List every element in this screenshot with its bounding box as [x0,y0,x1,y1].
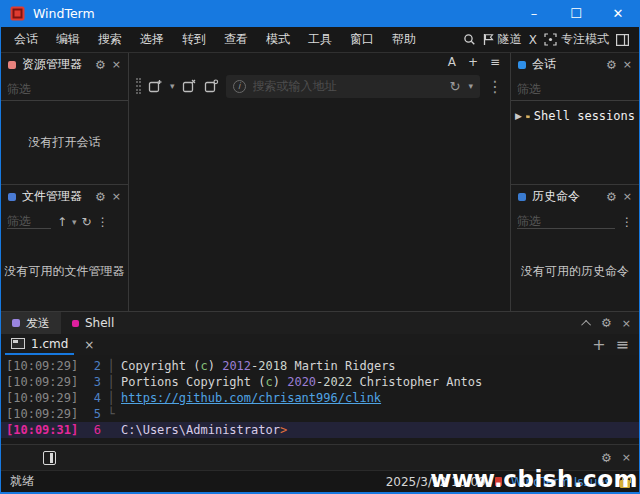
tab-list-icon[interactable]: ≡ [616,335,629,354]
right-sidebar: 会话 ⚙ × ▶ Shell sessions [510,53,639,311]
tab-close-icon[interactable]: × [74,334,104,355]
history-empty: 没有可用的历史命令 [511,233,639,311]
menu-mode[interactable]: 模式 [257,27,299,52]
terminal-tab-1cmd[interactable]: 1.cmd [5,334,74,355]
history-filter-row: ⋮ [511,208,639,233]
x-server-button[interactable]: X [529,33,537,47]
file-manager-empty-text: 没有可用的文件管理器 [3,264,127,280]
tab-send[interactable]: 发送 [1,312,61,334]
new-session-icon[interactable] [148,79,163,94]
sessions-header: 会话 ⚙ × [511,53,639,76]
maximize-button[interactable]: ☐ [555,0,597,27]
gear-icon[interactable]: ⚙ [95,59,106,71]
menu-goto[interactable]: 转到 [173,27,215,52]
address-bar[interactable]: i ↻ ▾ [226,75,480,98]
menu-select[interactable]: 选择 [131,27,173,52]
text-size-icon[interactable]: A [448,55,456,69]
focus-mode-button[interactable]: 专注模式 [544,31,609,48]
tab-shell-label: Shell [85,316,114,330]
sessions-tree: ▶ Shell sessions [511,101,639,131]
layout-icon[interactable] [616,34,629,46]
up-icon[interactable]: ↑ [57,215,67,229]
close-icon[interactable]: × [623,191,632,202]
menu-session[interactable]: 会话 [5,27,47,52]
tunnel-label: 隧道 [498,31,522,48]
collapse-icon[interactable] [581,319,591,329]
sessions-filter-input[interactable] [517,82,633,96]
center-top-icons: A + ≡ [129,53,510,71]
gear-icon[interactable]: ⚙ [606,191,617,203]
menu-tools[interactable]: 工具 [299,27,341,52]
window-title: WindTerm [33,6,513,21]
tab-shell[interactable]: Shell [61,312,125,334]
terminal-tabbar: 1.cmd × + ≡ [1,334,639,355]
gear-icon[interactable]: ⚙ [601,317,612,329]
folder-icon [526,111,530,122]
chevron-down-icon[interactable]: ▾ [468,81,473,91]
close-icon[interactable]: × [112,191,121,202]
close-icon[interactable]: × [622,318,631,329]
history-empty-text: 没有可用的历史命令 [519,264,631,280]
tunnel-button[interactable]: 隧道 [483,31,522,48]
close-icon[interactable]: × [622,452,631,463]
terminal-lines[interactable]: [10:09:29]2│Copyright (c) 2012-2018 Mart… [1,355,639,444]
chevron-down-icon[interactable]: ▾ [72,217,77,227]
windterm-window: WindTerm – ☐ ✕ 会话 编辑 搜索 选择 转到 查看 模式 工具 窗… [0,0,640,494]
menu-search[interactable]: 搜索 [89,27,131,52]
drag-handle[interactable] [136,78,141,94]
alert-icon[interactable] [495,477,502,486]
titlebar: WindTerm – ☐ ✕ [1,0,639,27]
reload-icon[interactable]: ↻ [450,79,461,94]
close-icon[interactable]: × [623,59,632,70]
address-input[interactable] [253,79,443,93]
terminal-line: [10:09:29]2│Copyright (c) 2012-2018 Mart… [1,358,639,374]
gear-icon[interactable]: ⚙ [95,191,106,203]
menu-window[interactable]: 窗口 [341,27,383,52]
gear-icon[interactable]: ⚙ [606,59,617,71]
lock-icon[interactable] [620,480,630,488]
statusbar: 就绪 2025/3/12 10:09 WindTerm Issues www.c… [1,470,639,492]
chevron-down-icon[interactable]: ▾ [170,81,175,91]
file-manager-filter-input[interactable] [7,214,51,229]
close-session-icon[interactable] [182,79,197,94]
more-icon[interactable]: ⋮ [487,77,503,96]
sender-pane-icon[interactable] [43,451,56,465]
menu-view[interactable]: 查看 [215,27,257,52]
open-session-icon[interactable] [204,79,219,94]
refresh-icon[interactable]: ↻ [82,215,92,229]
add-icon[interactable]: + [468,55,478,69]
close-button[interactable]: ✕ [597,0,639,27]
more-icon[interactable]: ⋮ [97,215,109,229]
info-icon[interactable]: i [233,80,246,93]
left-sidebar: 资源管理器 ⚙ × 没有打开会话 文件管理器 ⚙ × [1,53,129,311]
terminal-line: [10:09:29]3│Portions Copyright (c) 2020-… [1,374,639,390]
center-workspace: A + ≡ ▾ [129,53,510,311]
explorer-title: 资源管理器 [22,56,89,73]
bottom-pane: 发送 Shell ⚙ × 1.cmd × + ≡ [10:09:29] [1,311,639,492]
add-tab-icon[interactable]: + [592,335,605,354]
list-icon[interactable]: ≡ [490,55,500,69]
file-manager-badge-icon [8,193,16,201]
menu-edit[interactable]: 编辑 [47,27,89,52]
status-datetime: 2025/3/12 10:09 [386,475,486,489]
file-manager-title: 文件管理器 [22,188,89,205]
expander-icon[interactable]: ▶ [515,111,522,121]
terminal-tab-label: 1.cmd [31,337,68,351]
menu-help[interactable]: 帮助 [383,27,425,52]
sessions-title: 会话 [532,56,600,73]
explorer-filter-row [1,76,128,101]
history-header: 历史命令 ⚙ × [511,185,639,208]
bottom-tabs: 发送 Shell ⚙ × [1,312,639,334]
search-icon[interactable] [463,33,476,46]
terminal-line: [10:09:31]6C:\Users\Administrator> [1,422,639,438]
menubar: 会话 编辑 搜索 选择 转到 查看 模式 工具 窗口 帮助 隧道 X 专注模式 [1,27,639,53]
more-icon[interactable]: ⋮ [621,215,633,229]
close-icon[interactable]: × [112,59,121,70]
explorer-filter-input[interactable] [7,82,122,96]
minimize-button[interactable]: – [513,0,555,27]
tree-item-shell-sessions[interactable]: ▶ Shell sessions [515,107,635,125]
issues-link[interactable]: WindTerm Issues [511,475,611,489]
history-filter-input[interactable] [517,214,615,229]
history-panel: 历史命令 ⚙ × ⋮ 没有可用的历史命令 [511,184,639,311]
gear-icon[interactable]: ⚙ [601,452,612,464]
